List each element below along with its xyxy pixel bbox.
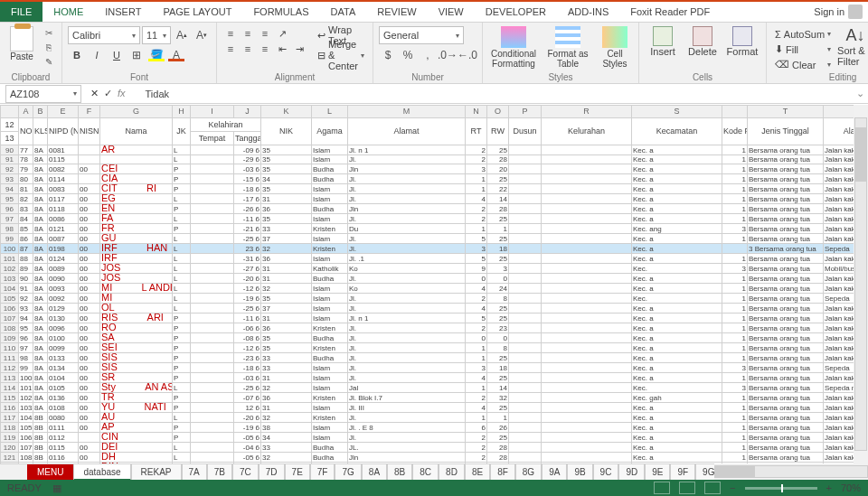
fill-color-button[interactable]: 🪣 (147, 46, 165, 64)
table-row[interactable]: 111988A013300SISP-23 633BudhaJl. 125Kec.… (1, 353, 869, 363)
table-row[interactable]: 112998A013400SISP-18 633IslamJl. 318Kec.… (1, 363, 869, 373)
table-row[interactable]: 107948A013000RIS ARIP-11 631IslamJl. n 1… (1, 314, 869, 323)
cell-styles-button[interactable]: Cell Styles (597, 24, 633, 69)
table-row[interactable]: 90778A0081ARL-09 635IslamJl. n 1225Kec. … (1, 145, 869, 155)
sheet-tab-8d[interactable]: 8D (439, 464, 465, 481)
sheet-tab-7a[interactable]: 7A (182, 464, 207, 481)
column-header[interactable]: T (748, 106, 824, 118)
tab-developer[interactable]: DEVELOPER (475, 2, 557, 22)
macro-icon[interactable]: ▦ (52, 482, 61, 494)
sheet-tab-9b[interactable]: 9B (567, 464, 592, 481)
table-row[interactable]: 106938A012900OLL-25 637IslamJl. 425Kec. … (1, 304, 869, 314)
table-row[interactable]: 1161038A010800YU NATIP12 631IslamJl. III… (1, 403, 869, 413)
fx-icon[interactable]: fx (118, 88, 131, 99)
fill-button[interactable]: ⬇Fill▾ (772, 42, 834, 57)
paste-button[interactable]: Paste (5, 24, 38, 61)
sheet-tab-8a[interactable]: 8A (362, 464, 387, 481)
align-top-icon[interactable]: ≡ (222, 26, 239, 41)
indent-dec-icon[interactable]: ⇤ (274, 42, 290, 56)
insert-cells-button[interactable]: Insert (645, 24, 681, 57)
table-row[interactable]: 1141018A010500Sty AN ASSEL-25 632IslamJa… (1, 383, 869, 393)
sheet-tab-7f[interactable]: 7F (310, 464, 335, 481)
number-format-combo[interactable]: General▾ (379, 26, 464, 44)
table-row[interactable]: 104918A009300MI L ANDIKAL-12 632IslamKo … (1, 284, 869, 294)
decrease-decimal-icon[interactable]: ←.0 (458, 46, 476, 64)
sheet-tab-8c[interactable]: 8C (412, 464, 439, 481)
sheet-tab-8f[interactable]: 8F (490, 464, 515, 481)
table-row[interactable]: 102898A008900JOSL-27 631KatholikKo 93Kec… (1, 264, 869, 274)
sheet-tab-9d[interactable]: 9D (618, 464, 645, 481)
align-middle-icon[interactable]: ≡ (240, 26, 256, 41)
copy-icon[interactable]: ⎘ (42, 41, 56, 53)
table-row[interactable]: 1211088B011600DHL-05 632BudhaJln 228Kec.… (1, 453, 869, 463)
table-row[interactable]: 1171048B008000AUL-20 632KristenJl. 11Kec… (1, 413, 869, 423)
autosum-button[interactable]: ΣAutoSum▾ (772, 26, 834, 42)
font-color-button[interactable]: A (167, 46, 185, 64)
align-center-icon[interactable]: ≡ (240, 42, 256, 56)
clear-button[interactable]: ⌫Clear▾ (772, 57, 834, 72)
formula-input[interactable]: Tidak (140, 89, 852, 99)
sheet-tab-9e[interactable]: 9E (645, 464, 670, 481)
table-row[interactable]: 1201078B011500DEIL-04 633BudhaJL. 228Kec… (1, 443, 869, 453)
column-header[interactable]: J (234, 106, 261, 118)
table-row[interactable]: 105928A009200MIL-19 635IslamJl. 28Kec. 1… (1, 294, 869, 304)
cancel-icon[interactable]: ✕ (90, 88, 99, 99)
zoom-out-button[interactable]: − (730, 482, 735, 493)
sheet-tab-7g[interactable]: 7G (335, 464, 361, 481)
merge-center-button[interactable]: ⊟Merge & Center▾ (315, 46, 367, 64)
column-header[interactable]: I (191, 106, 234, 118)
format-cells-button[interactable]: Format (724, 24, 760, 57)
sheet-tab-9f[interactable]: 9F (670, 464, 695, 481)
tab-foxit[interactable]: Foxit Reader PDF (619, 2, 721, 22)
font-size-combo[interactable]: 11▾ (142, 26, 171, 44)
table-row[interactable]: 1151028A013600TRP-07 636KristenJl. Blok … (1, 393, 869, 403)
sheet-tab-8g[interactable]: 8G (515, 464, 542, 481)
tab-addins[interactable]: ADD-INS (557, 2, 619, 22)
sheet-tab-7d[interactable]: 7D (259, 464, 285, 481)
table-row[interactable]: 97848A008600FAL-11 635IslamJl. 225Kec. a… (1, 214, 869, 224)
sheet-tab-8b[interactable]: 8B (387, 464, 412, 481)
table-row[interactable]: 94818A008300CIT RIP-18 635IslamJl. 122Ke… (1, 184, 869, 194)
zoom-in-button[interactable]: + (826, 482, 832, 493)
table-row[interactable]: 92798A008200CEIP-03 635BudhaJln 320Kec. … (1, 164, 869, 174)
sheet-tab-8e[interactable]: 8E (465, 464, 490, 481)
table-row[interactable]: 101888A012400IRFL-31 636IslamJl. .1525Ke… (1, 254, 869, 264)
column-header[interactable]: N (466, 106, 487, 118)
sheet-tab-9a[interactable]: 9A (542, 464, 567, 481)
cut-icon[interactable]: ✂ (42, 26, 56, 39)
column-header[interactable]: M (348, 106, 466, 118)
tab-home[interactable]: HOME (42, 2, 94, 22)
zoom-level[interactable]: 70% (841, 482, 861, 493)
formatpainter-icon[interactable]: ✎ (42, 55, 56, 68)
column-header[interactable]: F (79, 106, 100, 118)
indent-inc-icon[interactable]: ⇥ (291, 42, 307, 56)
sheet-tab-7b[interactable]: 7B (207, 464, 232, 481)
tab-file[interactable]: FILE (0, 2, 42, 22)
format-as-table-button[interactable]: Format as Table (542, 24, 593, 69)
table-row[interactable]: 108958A009600ROP-06 636KristenJl. 223Kec… (1, 323, 869, 333)
enter-icon[interactable]: ✓ (104, 88, 112, 99)
align-right-icon[interactable]: ≡ (257, 42, 273, 56)
column-header[interactable]: S (632, 106, 722, 118)
comma-icon[interactable]: , (419, 46, 437, 64)
table-row[interactable]: 93808A0114CIAP-15 634BudhaJl. 125Kec. a1… (1, 174, 869, 184)
conditional-formatting-button[interactable]: Conditional Formatting (488, 24, 539, 69)
view-normal-icon[interactable] (654, 482, 670, 494)
table-row[interactable]: 103908A009000JOSL-20 631BudhaJl. 00Kec. … (1, 274, 869, 284)
table-row[interactable]: 98858A012100FRP-21 633KristenDu 11Kec. a… (1, 224, 869, 234)
table-row[interactable]: 95828A011700EGL-17 631IslamJl. 414Kec. a… (1, 194, 869, 204)
expand-formula-icon[interactable]: ⌄ (852, 88, 868, 99)
sheet-tab-menu[interactable]: MENU (27, 464, 73, 481)
column-header[interactable] (722, 106, 748, 118)
decrease-font-icon[interactable]: A▾ (193, 26, 211, 44)
table-row[interactable]: 1181058B011100APP-19 638IslamJl. . E 862… (1, 423, 869, 433)
column-header[interactable]: P (509, 106, 542, 118)
tab-review[interactable]: REVIEW (366, 2, 427, 22)
delete-cells-button[interactable]: Delete (684, 24, 721, 57)
bold-button[interactable]: B (68, 46, 86, 64)
orientation-icon[interactable]: ↗ (274, 26, 290, 41)
sheet-tab-7c[interactable]: 7C (232, 464, 259, 481)
tab-pagelayout[interactable]: PAGE LAYOUT (152, 2, 242, 22)
increase-decimal-icon[interactable]: .0→ (439, 46, 457, 64)
vertical-scrollbar[interactable] (854, 105, 868, 463)
